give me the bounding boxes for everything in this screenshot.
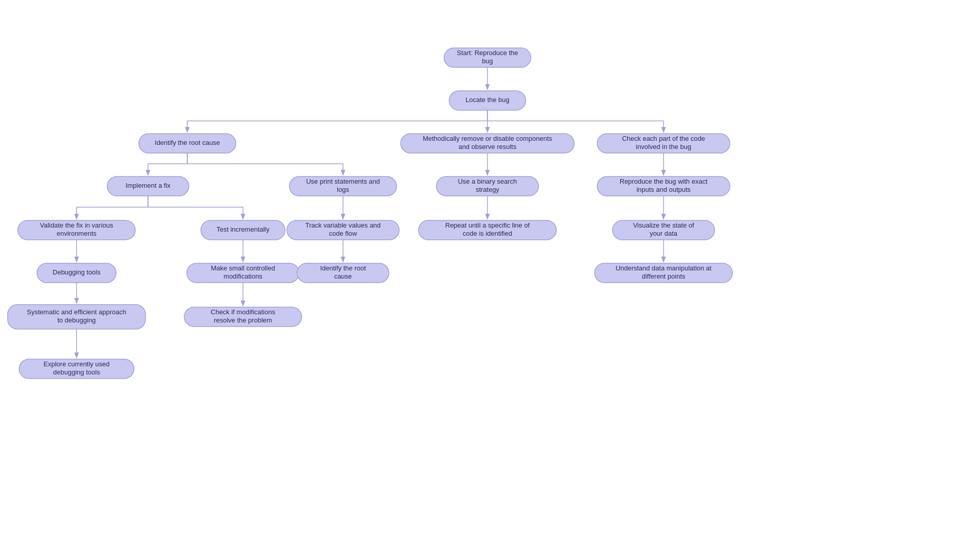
node-check_mods: Check if modificationsresolve the proble…	[184, 307, 302, 327]
node-print_logs: Use print statements andlogs	[289, 177, 397, 196]
node-visualize: Visualize the state ofyour data	[612, 220, 715, 240]
node-systematic: Systematic and efficient approachto debu…	[8, 305, 145, 329]
svg-text:Implement a fix: Implement a fix	[126, 182, 171, 189]
svg-text:Debugging tools: Debugging tools	[53, 268, 101, 276]
flowchart-diagram: Start: Reproduce thebugLocate the bugIde…	[0, 0, 980, 551]
svg-text:Identify the root cause: Identify the root cause	[155, 139, 220, 146]
node-identify_root: Identify the rootcause	[297, 263, 389, 283]
node-binary_search: Use a binary searchstrategy	[436, 177, 538, 196]
node-repeat_until: Repeat until a specific line ofcode is i…	[419, 220, 556, 240]
node-test_incremental: Test incrementally	[201, 220, 285, 240]
node-check_each: Check each part of the codeinvolved in t…	[597, 134, 730, 153]
node-reproduce_exact: Reproduce the bug with exactinputs and o…	[597, 177, 730, 196]
svg-text:Test incrementally: Test incrementally	[216, 226, 270, 233]
node-locate: Locate the bug	[449, 91, 526, 110]
node-implement_fix: Implement a fix	[107, 177, 189, 196]
node-understand_data: Understand data manipulation atdifferent…	[595, 263, 732, 283]
node-root_cause: Identify the root cause	[139, 134, 236, 153]
svg-text:Explore currently useddebuggin: Explore currently useddebugging tools	[43, 360, 109, 376]
node-explore_tools: Explore currently useddebugging tools	[19, 359, 134, 379]
svg-text:Locate the bug: Locate the bug	[465, 96, 509, 104]
node-debugging_tools: Debugging tools	[37, 263, 116, 283]
node-methodically: Methodically remove or disable component…	[401, 134, 574, 153]
node-start: Start: Reproduce thebug	[444, 48, 531, 67]
node-validate_fix: Validate the fix in variousenvironments	[18, 220, 135, 240]
svg-text:Check if modificationsresolve : Check if modificationsresolve the proble…	[211, 308, 276, 324]
node-small_mods: Make small controlledmodifications	[187, 263, 299, 283]
node-track_variable: Track variable values andcode flow	[287, 220, 399, 240]
